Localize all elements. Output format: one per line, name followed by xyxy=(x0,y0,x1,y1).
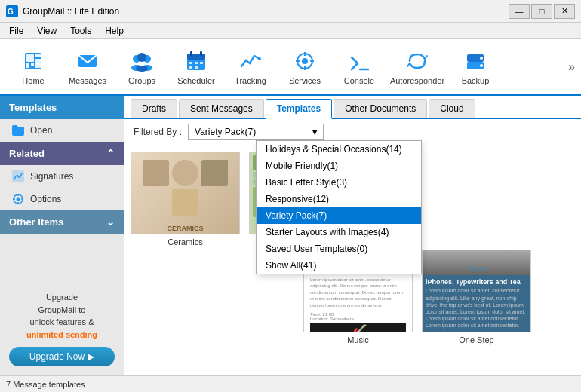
upgrade-now-button[interactable]: Upgrade Now ▶ xyxy=(9,347,115,366)
dropdown-item-0[interactable]: Holidays & Special Occasions(14) xyxy=(257,141,421,158)
svg-point-26 xyxy=(302,58,308,64)
toolbar-tracking-label: Tracking xyxy=(235,76,266,85)
sidebar-open[interactable]: Open xyxy=(0,119,124,142)
tab-templates[interactable]: Templates xyxy=(266,99,332,119)
messages-icon xyxy=(75,49,100,73)
dropdown-item-7[interactable]: Show All(41) xyxy=(257,257,421,274)
svg-rect-23 xyxy=(195,66,198,69)
template-onestep[interactable]: F I L E iPhones, Typewriters and Tea Lor… xyxy=(422,250,531,345)
toolbar-more[interactable]: » xyxy=(568,60,575,74)
scheduler-icon xyxy=(184,49,208,73)
toolbar-groups[interactable]: Groups xyxy=(115,42,169,91)
toolbar: Home Messages Groups xyxy=(0,39,581,96)
menu-tools[interactable]: Tools xyxy=(64,24,97,38)
toolbar-groups-label: Groups xyxy=(128,76,155,85)
app-title: GroupMail :: Lite Edition xyxy=(23,6,119,17)
maximize-button[interactable]: □ xyxy=(531,4,552,19)
sidebar-templates-header[interactable]: Templates xyxy=(0,96,124,119)
tab-other-documents[interactable]: Other Documents xyxy=(334,99,427,118)
dropdown-item-1[interactable]: Mobile Friendly(1) xyxy=(257,158,421,174)
dropdown-item-4[interactable]: Variety Pack(7) xyxy=(257,207,421,224)
tab-sent-messages[interactable]: Sent Messages xyxy=(179,99,264,118)
groups-icon xyxy=(130,49,154,73)
related-chevron: ⌃ xyxy=(106,148,115,159)
autoresponder-icon xyxy=(405,49,429,73)
dropdown-item-6[interactable]: Saved User Templates(0) xyxy=(257,240,421,257)
ceramics-label: Ceramics xyxy=(168,237,202,247)
backup-icon xyxy=(463,49,487,73)
toolbar-tracking[interactable]: Tracking xyxy=(223,42,278,91)
dropdown-item-3[interactable]: Responsive(12) xyxy=(257,191,421,207)
toolbar-backup-label: Backup xyxy=(462,76,490,85)
tabs-bar: Drafts Sent Messages Templates Other Doc… xyxy=(124,96,581,119)
svg-rect-6 xyxy=(35,54,42,57)
svg-rect-18 xyxy=(200,51,202,56)
sidebar: Templates Open Related ⌃ Signatures xyxy=(0,96,124,375)
otheritems-chevron: ⌄ xyxy=(106,216,115,228)
content-area: Drafts Sent Messages Templates Other Doc… xyxy=(124,96,581,375)
svg-point-34 xyxy=(480,64,483,67)
tab-drafts[interactable]: Drafts xyxy=(131,99,177,118)
dropdown-item-2[interactable]: Basic Letter Style(3) xyxy=(257,174,421,191)
signature-icon xyxy=(12,170,24,182)
template-ceramics[interactable]: CERAMICS Ceramics xyxy=(131,152,240,345)
upgrade-highlight: unlimited sending xyxy=(9,329,115,341)
sidebar-open-label: Open xyxy=(30,125,52,136)
sidebar-otheritems-label: Other Items xyxy=(9,216,63,228)
menu-view[interactable]: View xyxy=(31,24,63,38)
svg-rect-3 xyxy=(26,54,34,62)
minimize-button[interactable]: — xyxy=(509,4,530,19)
main-container: Templates Open Related ⌃ Signatures xyxy=(0,96,581,375)
sidebar-signatures-label: Signatures xyxy=(30,171,73,182)
close-button[interactable]: ✕ xyxy=(554,4,575,19)
filter-selected-value: Variety Pack(7) xyxy=(195,127,256,137)
filter-bar: Filtered By : Variety Pack(7) ▼ Holidays… xyxy=(124,119,581,145)
status-text: 7 Message templates xyxy=(6,380,85,389)
svg-rect-7 xyxy=(35,59,42,68)
sidebar-related-header[interactable]: Related ⌃ xyxy=(0,142,124,165)
tracking-icon xyxy=(238,49,263,73)
menu-help[interactable]: Help xyxy=(99,24,130,38)
console-icon xyxy=(347,49,371,73)
sidebar-otheritems-header[interactable]: Other Items ⌄ xyxy=(0,210,124,234)
ceramics-thumbnail: CERAMICS xyxy=(131,152,240,234)
toolbar-console-label: Console xyxy=(344,76,374,85)
toolbar-messages[interactable]: Messages xyxy=(60,42,115,91)
sidebar-templates-label: Templates xyxy=(9,102,57,113)
svg-text:G: G xyxy=(8,8,14,16)
sidebar-upgrade: Upgrade GroupMail to unlock features & u… xyxy=(0,282,124,375)
svg-rect-21 xyxy=(200,62,203,64)
onestep-thumbnail: F I L E iPhones, Typewriters and Tea Lor… xyxy=(422,250,531,332)
tab-cloud[interactable]: Cloud xyxy=(429,99,475,118)
svg-rect-4 xyxy=(26,63,29,68)
upgrade-text3: unlock features & xyxy=(9,316,115,329)
menu-file[interactable]: File xyxy=(3,24,29,38)
toolbar-scheduler[interactable]: Scheduler xyxy=(169,42,223,91)
toolbar-home-label: Home xyxy=(22,76,44,85)
upgrade-text2: GroupMail to xyxy=(9,304,115,317)
svg-rect-20 xyxy=(195,62,198,64)
onestep-label: One Step xyxy=(459,335,493,345)
filter-select[interactable]: Variety Pack(7) ▼ xyxy=(188,124,324,140)
svg-point-35 xyxy=(480,57,483,60)
dropdown-item-5[interactable]: Starter Layouts with Images(4) xyxy=(257,224,421,240)
toolbar-console[interactable]: Console xyxy=(332,42,386,91)
upgrade-arrow-icon: ▶ xyxy=(88,351,94,362)
menu-bar: File View Tools Help xyxy=(0,23,581,39)
sidebar-options-label: Options xyxy=(30,194,61,204)
upgrade-text1: Upgrade xyxy=(9,291,115,304)
toolbar-services[interactable]: Services xyxy=(278,42,332,91)
sidebar-options[interactable]: Options xyxy=(0,188,124,210)
toolbar-home[interactable]: Home xyxy=(6,42,60,91)
svg-rect-16 xyxy=(187,54,205,60)
options-icon xyxy=(12,193,24,205)
filter-label: Filtered By : xyxy=(134,127,182,137)
toolbar-backup[interactable]: Backup xyxy=(448,42,503,91)
toolbar-scheduler-label: Scheduler xyxy=(177,76,215,85)
svg-rect-22 xyxy=(189,66,192,69)
sidebar-signatures[interactable]: Signatures xyxy=(0,165,124,188)
svg-point-24 xyxy=(258,57,261,60)
svg-rect-5 xyxy=(31,63,34,66)
toolbar-autoresponder[interactable]: Autoresponder xyxy=(386,42,448,91)
filter-chevron-icon: ▼ xyxy=(310,127,319,137)
